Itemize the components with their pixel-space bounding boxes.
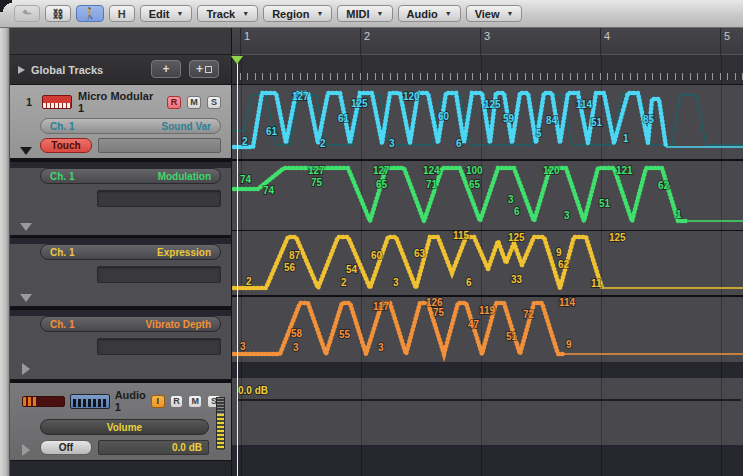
disclosure-down-icon[interactable]	[20, 294, 32, 302]
automation-value-label: 51	[591, 117, 603, 128]
bar-ruler[interactable]: 12345	[232, 28, 743, 55]
menu-midi[interactable]: MIDI ▼	[337, 5, 392, 22]
automation-value-label: 127	[292, 91, 309, 102]
automation-value-label: 3	[393, 277, 399, 288]
parameter-label: Vibrato Depth	[146, 319, 211, 330]
automation-value-label: 117	[373, 301, 390, 312]
bar-number: 2	[364, 30, 370, 42]
sound-var-lane[interactable]: 26112726112531206061255958411451185	[232, 85, 743, 159]
automation-value-label: 2	[341, 277, 347, 288]
automation-value-label: 47	[468, 319, 480, 330]
automation-parameter-bar[interactable]: Ch. 1 Expression	[40, 244, 221, 260]
automation-value-label: 85	[643, 114, 655, 125]
automation-value-label: 125	[508, 232, 525, 243]
chevron-down-icon: ▼	[177, 10, 184, 17]
automation-value-label: 121	[616, 165, 633, 176]
automation-value-label: 100	[466, 165, 483, 176]
global-tracks-row[interactable]: Global Tracks + +	[10, 55, 231, 85]
automation-value-label: 61	[266, 126, 278, 137]
automation-value-label: 9	[566, 339, 572, 350]
menu-region[interactable]: Region ▼	[263, 5, 332, 22]
automation-value-field[interactable]	[97, 190, 221, 207]
run-person-icon[interactable]: 🚶	[76, 5, 104, 22]
menu-view[interactable]: View ▼	[466, 5, 523, 22]
disclosure-right-icon[interactable]	[18, 66, 25, 74]
automation-value-label: 56	[284, 262, 296, 273]
global-tracks-label: Global Tracks	[31, 64, 103, 76]
logic-arrange-window: ⬑ ⛓ 🚶 H Edit ▼ Track ▼ Region ▼ MIDI ▼ A…	[0, 0, 743, 476]
menu-edit[interactable]: Edit ▼	[140, 5, 193, 22]
chevron-down-icon: ▼	[507, 10, 514, 17]
automation-value-label: 71	[426, 179, 438, 190]
automation-value-label: 115	[453, 231, 470, 241]
disclosure-right-icon[interactable]	[22, 363, 30, 375]
audio-track-header[interactable]: Audio 1 I R M S Volume Off 0.0 dB	[10, 383, 231, 461]
chevron-down-icon: ▼	[377, 10, 384, 17]
automation-value-label: 6	[466, 277, 472, 288]
plus-icon: +	[196, 62, 203, 76]
bar-number: 4	[604, 30, 610, 42]
empty-area	[232, 445, 743, 476]
menu-midi-label: MIDI	[346, 8, 369, 20]
playhead-triangle-icon[interactable]	[231, 56, 243, 64]
automation-value-label: 51	[599, 198, 611, 209]
automation-mode-button[interactable]: Off	[40, 440, 92, 455]
expression-lane-header[interactable]: Ch. 1 Expression	[10, 244, 231, 308]
vibrato-depth-lane-header[interactable]: Ch. 1 Vibrato Depth	[10, 316, 231, 381]
automation-value-label: 65	[469, 179, 481, 190]
volume-value-field[interactable]: 0.0 dB	[98, 440, 209, 455]
track-1-header[interactable]: 1 Micro Modular 1 R M S Ch. 1 Sound Var …	[10, 85, 231, 160]
automation-mode-button[interactable]: Touch	[40, 138, 92, 153]
automation-parameter-bar[interactable]: Ch. 1 Vibrato Depth	[40, 316, 221, 332]
automation-value-label: 125	[609, 232, 626, 243]
record-enable-button[interactable]: R	[170, 395, 184, 408]
automation-value-label: 3	[293, 342, 299, 353]
parameter-label: Modulation	[158, 171, 211, 182]
channel-label: Ch. 1	[50, 171, 74, 182]
automation-value-label: 75	[433, 307, 445, 318]
automation-value-field[interactable]	[98, 138, 221, 153]
track-name: Micro Modular 1	[78, 90, 161, 114]
add-track-button[interactable]: +	[151, 60, 181, 78]
disclosure-right-icon[interactable]	[22, 444, 30, 456]
modulation-lane[interactable]: 74741277512765124711006536120351121621	[232, 161, 743, 230]
record-enable-button[interactable]: R	[167, 96, 181, 109]
automation-value-label: 63	[414, 248, 426, 259]
volume-automation-lane[interactable]: 0.0 dB	[232, 378, 743, 445]
expression-lane[interactable]: 287565426036311561253396212511	[232, 231, 743, 295]
back-arrow-icon[interactable]: ⬑	[14, 5, 40, 22]
automation-value-label: 87	[289, 250, 301, 261]
hide-tracks-button[interactable]: H	[109, 5, 135, 22]
disclosure-down-icon[interactable]	[20, 223, 32, 231]
bar-line	[600, 28, 601, 55]
automation-parameter-bar[interactable]: Ch. 1 Sound Var	[40, 118, 221, 134]
automation-value-label: 61	[338, 113, 350, 124]
level-meter	[216, 397, 225, 449]
disclosure-down-icon[interactable]	[20, 147, 32, 155]
chevron-down-icon: ▼	[445, 10, 452, 17]
playhead-line[interactable]	[237, 63, 238, 476]
automation-value-field[interactable]	[97, 266, 221, 283]
automation-parameter-bar[interactable]: Ch. 1 Modulation	[40, 168, 221, 184]
modulation-lane-header[interactable]: Ch. 1 Modulation	[10, 168, 231, 237]
solo-button[interactable]: S	[207, 96, 221, 109]
mute-button[interactable]: M	[187, 96, 201, 109]
automation-value-label: 114	[559, 297, 576, 308]
automation-value-label: 6	[456, 138, 462, 149]
automation-value-label: 3	[508, 194, 514, 205]
automation-value-field[interactable]	[97, 338, 221, 355]
arrange-area: 12345 2611272611253120606125595841145118…	[232, 28, 743, 476]
automation-value-label: 3	[240, 341, 246, 352]
vibrato-depth-lane[interactable]: 3583551173126754711951721149	[232, 297, 743, 362]
add-multiple-tracks-button[interactable]: +	[189, 60, 219, 78]
automation-value-label: 54	[346, 264, 358, 275]
input-monitor-button[interactable]: I	[151, 395, 165, 408]
parameter-label: Sound Var	[162, 121, 211, 132]
toolbar: ⬑ ⛓ 🚶 H Edit ▼ Track ▼ Region ▼ MIDI ▼ A…	[0, 0, 743, 28]
automation-value-label: 3	[564, 210, 570, 221]
volume-parameter-bar[interactable]: Volume	[40, 419, 209, 435]
menu-track[interactable]: Track ▼	[197, 5, 258, 22]
link-icon[interactable]: ⛓	[45, 5, 71, 22]
menu-audio[interactable]: Audio ▼	[398, 5, 461, 22]
mute-button[interactable]: M	[188, 395, 202, 408]
